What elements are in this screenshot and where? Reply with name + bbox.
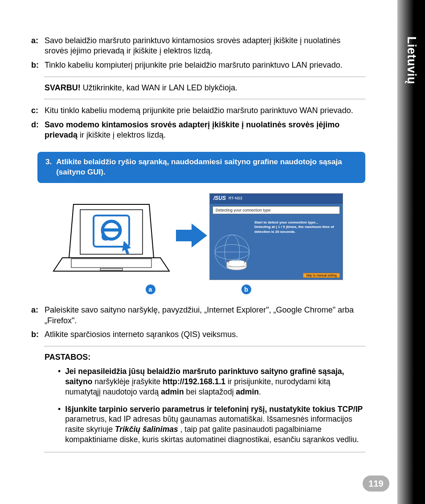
step-d-tail: ir įkiškite į elektros lizdą. (78, 130, 166, 139)
note-admin: admin (236, 387, 259, 396)
bullet-icon: • (58, 404, 61, 445)
note-span: naršyklėje įrašykite (92, 377, 163, 386)
page-content: a: Savo belaidžio maršruto parinktuvo ki… (0, 0, 396, 476)
illustration-row: /SUS RT-N53 Detecting your connection ty… (49, 191, 347, 282)
language-label: Lietuvių (405, 37, 418, 85)
step-a2: a: Paleiskite savo saityno naršyklę, pav… (31, 305, 365, 326)
divider (45, 346, 365, 346)
gui-model: RT-N53 (229, 196, 242, 200)
gui-msg-line1: Start to detect your connection type... (254, 220, 319, 224)
note-bold: Išjunkite tarpinio serverio parametrus i… (65, 405, 363, 414)
step-label: c: (31, 106, 45, 116)
router-gui-screenshot: /SUS RT-N53 Detecting your connection ty… (209, 193, 347, 280)
important-label: SVARBU! (45, 83, 81, 92)
callout-step-3: 3. Atlikite belaidžio ryšio sąranką, nau… (37, 152, 365, 183)
callout-text: Atlikite belaidžio ryšio sąranką, naudod… (56, 157, 357, 178)
bullet-icon: • (58, 366, 61, 397)
gui-header: /SUS RT-N53 (210, 194, 343, 203)
badge-a: a (146, 285, 155, 294)
gui-message: Start to detect your connection type... … (254, 220, 338, 234)
svg-point-12 (227, 260, 247, 267)
step-label: a: (31, 36, 45, 57)
badge-row: a b (49, 285, 347, 294)
router-icon (224, 257, 249, 271)
note-admin: admin (161, 387, 184, 396)
gui-status-bar: Detecting your connection type (212, 206, 340, 214)
step-text: Savo belaidžio maršruto parinktuvo kinta… (45, 36, 365, 57)
note-em: Trikčių šalinimas (115, 425, 178, 434)
page-number: 119 (363, 476, 389, 492)
step-text: Atlikite sparčiosios interneto sąrankos … (45, 329, 365, 340)
note-item: • Jei nepasileidžia jūsų belaidžio maršr… (58, 366, 365, 397)
step-a: a: Savo belaidžio maršruto parinktuvo ki… (31, 36, 365, 57)
note-item: • Išjunkite tarpinio serverio parametrus… (58, 404, 365, 445)
divider (45, 77, 365, 77)
callout-number: 3. (45, 157, 52, 178)
badge-b: b (241, 285, 251, 294)
step-d: d: Savo modemo kintamosios srovės adapte… (31, 120, 365, 141)
step-c: c: Kitu tinklo kabeliu modemą prijunkite… (31, 106, 365, 116)
laptop-illustration (49, 191, 174, 282)
step-b2: b: Atlikite sparčiosios interneto sąrank… (31, 329, 365, 340)
step-label: b: (31, 329, 45, 340)
step-label: a: (31, 305, 45, 326)
divider (45, 452, 365, 452)
step-text: Paleiskite savo saityno naršyklę, pavyzd… (45, 305, 365, 326)
step-text: Kitu tinklo kabeliu modemą prijunkite pr… (45, 106, 365, 116)
notes-heading: PASTABOS: (45, 353, 365, 362)
note-span: . (259, 387, 261, 396)
note-text: Išjunkite tarpinio serverio parametrus i… (65, 404, 365, 445)
step-text: Savo modemo kintamosios srovės adapterį … (45, 120, 365, 141)
gui-brand: /SUS (213, 195, 226, 201)
svg-rect-0 (71, 259, 151, 268)
step-label: d: (31, 120, 45, 141)
important-note: SVARBU! Užtikrinkite, kad WAN ir LAN LED… (45, 83, 365, 93)
svg-rect-5 (102, 228, 120, 232)
step-b: b: Tinklo kabeliu kompiuterį prijunkite … (31, 60, 365, 70)
step-label: b: (31, 60, 45, 70)
divider (45, 99, 365, 99)
step-text: Tinklo kabeliu kompiuterį prijunkite pri… (45, 60, 365, 70)
note-url: http://192.168.1.1 (163, 377, 225, 386)
gui-skip-button: Skip to manual setting (303, 273, 340, 278)
note-text: Jei nepasileidžia jūsų belaidžio maršrut… (65, 366, 365, 397)
gui-msg-line2: Detecting at ( 1 / 5 )times, the maximum… (254, 225, 334, 233)
language-side-tab: Lietuvių (397, 0, 425, 504)
important-body: Užtikrinkite, kad WAN ir LAN LED blykčio… (83, 83, 237, 92)
note-span: bei slaptažodį (184, 387, 236, 396)
arrow-icon (174, 220, 209, 253)
